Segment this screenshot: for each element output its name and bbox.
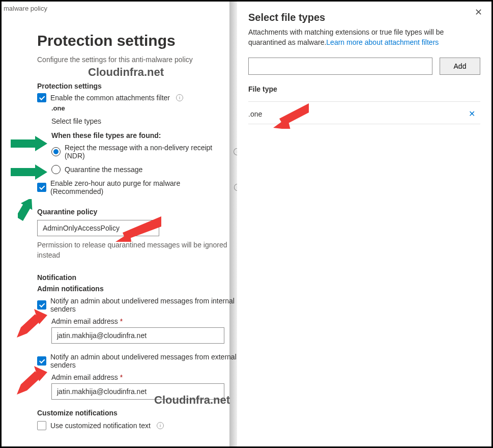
- add-button[interactable]: Add: [440, 58, 480, 75]
- watermark-text: Cloudinfra.net: [88, 66, 241, 79]
- label-notify-internal: Notify an admin about undelivered messag…: [50, 297, 241, 313]
- flyout-title: Select file types: [248, 12, 480, 23]
- select-file-types-flyout: ✕ Select file types Attachments with mat…: [237, 2, 491, 446]
- section-protection-heading: Protection settings: [37, 82, 241, 90]
- customize-notifications-heading: Customize notifications: [37, 409, 241, 417]
- annotation-arrow-red: [110, 216, 161, 242]
- quarantine-policy-label: Quarantine policy: [37, 208, 241, 216]
- remove-file-type-icon[interactable]: ✕: [467, 109, 477, 119]
- svg-marker-0: [11, 136, 47, 151]
- watermark-text-2: Cloudinfra.net: [154, 394, 230, 407]
- checkbox-common-attachments-filter[interactable]: [37, 93, 46, 102]
- select-file-types-link[interactable]: Select file types: [51, 117, 241, 125]
- annotation-arrow-green: [11, 136, 47, 151]
- label-reject-ndr: Reject the message with a non-delivery r…: [65, 144, 227, 160]
- flyout-description: Attachments with matching extensions or …: [248, 27, 480, 47]
- admin-email-label-2: Admin email address *: [51, 373, 241, 381]
- annotation-arrow-green: [18, 199, 43, 225]
- label-quarantine: Quarantine the message: [65, 165, 142, 174]
- file-type-value: .one: [248, 110, 262, 118]
- checkbox-notify-internal[interactable]: [37, 300, 46, 310]
- info-icon[interactable]: i: [176, 94, 183, 101]
- label-zap: Enable zero-hour auto purge for malware …: [50, 179, 228, 195]
- notification-heading: Notification: [37, 273, 241, 282]
- breadcrumb: malware policy: [4, 5, 47, 12]
- checkbox-zap[interactable]: [37, 183, 46, 192]
- annotation-arrow-green: [11, 164, 47, 180]
- checkbox-notify-external[interactable]: [37, 356, 46, 366]
- label-notify-external: Notify an admin about undelivered messag…: [50, 353, 241, 369]
- when-found-label: When these file types are found:: [51, 131, 241, 139]
- svg-marker-1: [11, 164, 47, 180]
- admin-email-input-1[interactable]: jatin.makhija@cloudinfra.net: [51, 327, 224, 344]
- info-icon[interactable]: i: [157, 422, 164, 429]
- quarantine-policy-value: AdminOnlyAccessPolicy: [43, 224, 120, 232]
- annotation-arrow-red: [273, 103, 309, 129]
- radio-reject-ndr[interactable]: [51, 147, 61, 156]
- quarantine-policy-note: Permission to release quarantined messag…: [37, 240, 241, 260]
- admin-email-label-1: Admin email address *: [51, 317, 241, 325]
- close-icon[interactable]: ✕: [472, 7, 484, 19]
- annotation-arrow-red: [17, 309, 47, 338]
- file-type-header: File type: [248, 85, 480, 93]
- file-type-input[interactable]: [248, 58, 432, 75]
- page-title: Protection settings: [37, 32, 241, 49]
- label-customize-notification: Use customized notification text: [50, 422, 151, 430]
- svg-marker-2: [18, 199, 37, 222]
- page-subtitle: Configure the settings for this anti-mal…: [37, 55, 241, 64]
- radio-quarantine[interactable]: [51, 165, 61, 174]
- label-common-attachments-filter: Enable the common attachments filter: [50, 94, 170, 102]
- admin-notifications-heading: Admin notifications: [37, 285, 241, 293]
- extension-one: .one: [51, 104, 241, 112]
- learn-more-link[interactable]: Learn more about attachment filters: [326, 38, 439, 46]
- divider: [248, 101, 480, 102]
- checkbox-customize-notification[interactable]: [37, 421, 46, 430]
- annotation-arrow-red: [17, 366, 47, 395]
